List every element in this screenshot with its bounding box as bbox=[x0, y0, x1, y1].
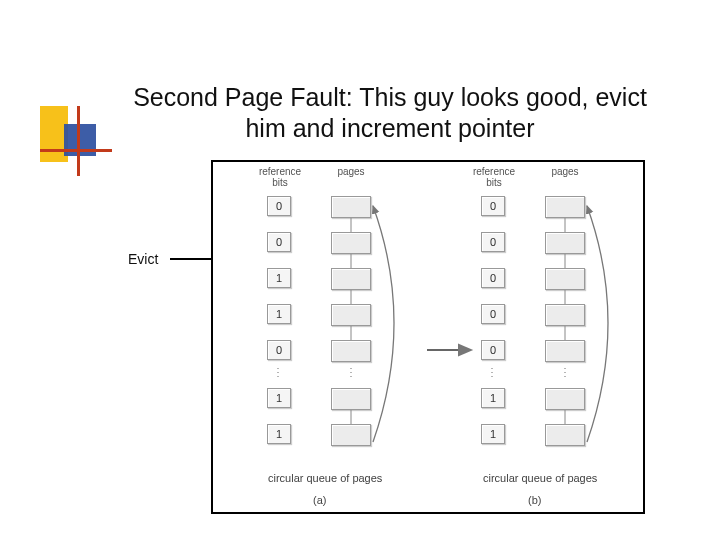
ref-bit-cell: 1 bbox=[267, 388, 291, 408]
page-cell bbox=[331, 304, 371, 326]
ref-bit-cell: 1 bbox=[481, 424, 505, 444]
page-cell bbox=[545, 388, 585, 410]
header-reference-bits: reference bits bbox=[471, 166, 517, 188]
page-cell bbox=[331, 232, 371, 254]
ref-bit-cell: 0 bbox=[481, 340, 505, 360]
ref-bit-cell: 1 bbox=[267, 268, 291, 288]
ref-bit-cell: 0 bbox=[481, 232, 505, 252]
page-cell bbox=[331, 196, 371, 218]
page-cell bbox=[331, 424, 371, 446]
page-cell bbox=[545, 340, 585, 362]
header-pages: pages bbox=[543, 166, 587, 177]
page-cell bbox=[545, 232, 585, 254]
label-evict: Evict bbox=[128, 251, 158, 267]
page-cell bbox=[331, 388, 371, 410]
page-cell bbox=[545, 424, 585, 446]
ref-bit-cell: 0 bbox=[481, 268, 505, 288]
clock-algorithm-diagram: reference bits pages 0 0 1 1 0 ··· ··· 1 bbox=[211, 160, 645, 514]
ref-bit-cell: 1 bbox=[267, 424, 291, 444]
subcaption-b: (b) bbox=[528, 494, 541, 506]
page-cell bbox=[545, 304, 585, 326]
ref-bit-cell: 0 bbox=[267, 196, 291, 216]
mask bbox=[85, 218, 213, 318]
subcaption-a: (a) bbox=[313, 494, 326, 506]
ellipsis-icon: ··· bbox=[272, 366, 284, 378]
page-cell bbox=[331, 268, 371, 290]
ref-bit-cell: 0 bbox=[481, 196, 505, 216]
ellipsis-icon: ··· bbox=[486, 366, 498, 378]
ref-bit-cell: 1 bbox=[267, 304, 291, 324]
caption-queue-a: circular queue of pages bbox=[268, 472, 382, 484]
ref-bit-cell: 1 bbox=[481, 388, 505, 408]
caption-queue-b: circular queue of pages bbox=[483, 472, 597, 484]
ellipsis-icon: ··· bbox=[345, 366, 357, 378]
ref-bit-cell: 0 bbox=[267, 232, 291, 252]
slide-title: Second Page Fault: This guy looks good, … bbox=[110, 82, 670, 145]
ellipsis-icon: ··· bbox=[559, 366, 571, 378]
page-cell bbox=[331, 340, 371, 362]
ref-bit-cell: 0 bbox=[267, 340, 291, 360]
ref-bit-cell: 0 bbox=[481, 304, 505, 324]
header-pages: pages bbox=[329, 166, 373, 177]
page-cell bbox=[545, 196, 585, 218]
header-reference-bits: reference bits bbox=[257, 166, 303, 188]
page-cell bbox=[545, 268, 585, 290]
